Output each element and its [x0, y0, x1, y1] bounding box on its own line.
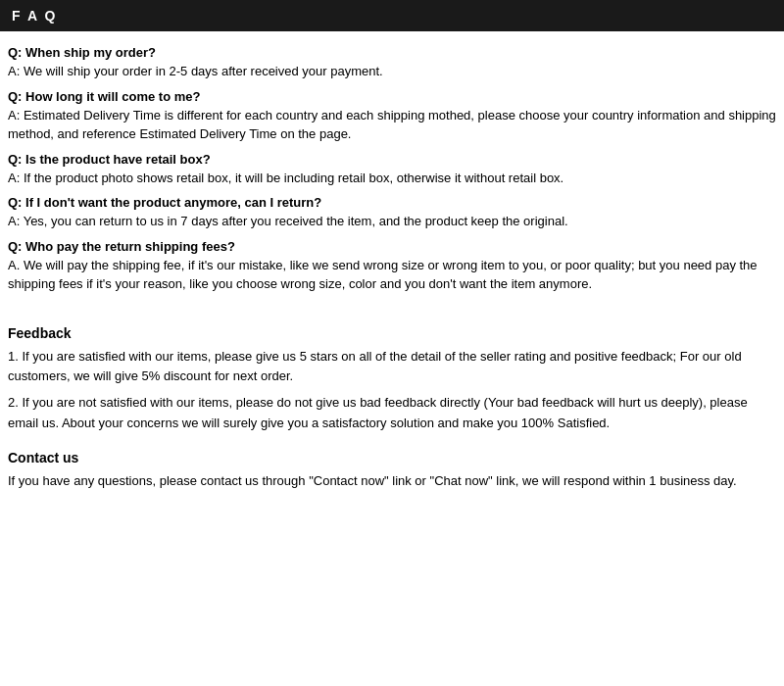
main-content: Q: When ship my order? A: We will ship y… — [0, 41, 784, 501]
answer-1: A: We will ship your order in 2-5 days a… — [8, 62, 776, 81]
feedback-point-2: 2. If you are not satisfied with our ite… — [8, 393, 776, 434]
question-4: Q: If I don't want the product anymore, … — [8, 195, 776, 210]
answer-5: A. We will pay the shipping fee, if it's… — [8, 256, 776, 294]
contact-title: Contact us — [8, 450, 776, 466]
faq-header: F A Q — [0, 0, 784, 31]
contact-text: If you have any questions, please contac… — [8, 471, 776, 492]
faq-section: Q: When ship my order? A: We will ship y… — [8, 45, 776, 294]
question-1: Q: When ship my order? — [8, 45, 776, 60]
qa-item-1: Q: When ship my order? A: We will ship y… — [8, 45, 776, 81]
answer-3: A: If the product photo shows retail box… — [8, 169, 776, 188]
qa-item-4: Q: If I don't want the product anymore, … — [8, 195, 776, 231]
contact-section: Contact us If you have any questions, pl… — [8, 450, 776, 492]
feedback-section: Feedback 1. If you are satisfied with ou… — [8, 325, 776, 434]
answer-2: A: Estimated Delivery Time is different … — [8, 106, 776, 144]
feedback-point-1: 1. If you are satisfied with our items, … — [8, 347, 776, 388]
answer-4: A: Yes, you can return to us in 7 days a… — [8, 212, 776, 231]
qa-item-3: Q: Is the product have retail box? A: If… — [8, 152, 776, 188]
qa-item-2: Q: How long it will come to me? A: Estim… — [8, 89, 776, 144]
question-2: Q: How long it will come to me? — [8, 89, 776, 104]
question-5: Q: Who pay the return shipping fees? — [8, 239, 776, 254]
feedback-title: Feedback — [8, 325, 776, 341]
qa-item-5: Q: Who pay the return shipping fees? A. … — [8, 239, 776, 294]
question-3: Q: Is the product have retail box? — [8, 152, 776, 167]
